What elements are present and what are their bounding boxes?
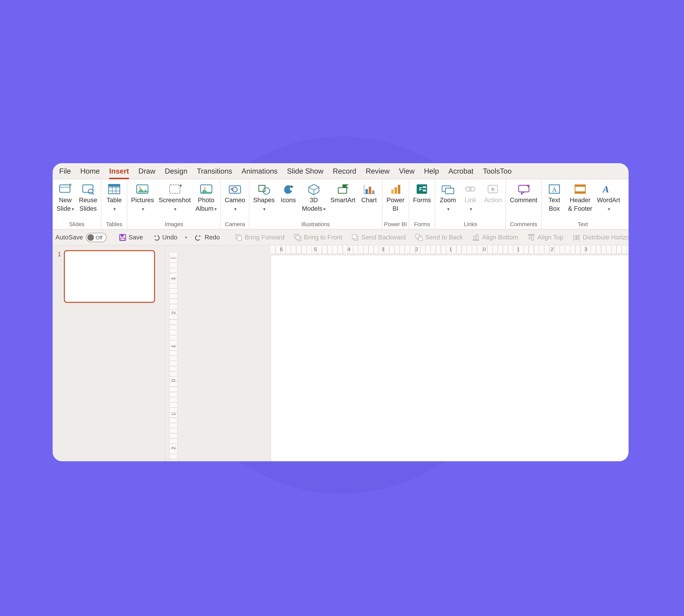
align-top-icon [527, 234, 535, 241]
zoom-button[interactable]: Zoom▾ [437, 181, 459, 214]
svg-rect-53 [120, 238, 124, 240]
icons-button[interactable]: Icons [278, 181, 299, 205]
text-box-button[interactable]: ATextBox [544, 181, 565, 213]
header-footer-button[interactable]: Header& Footer [566, 181, 594, 213]
dropdown-caret-icon: ▾ [322, 206, 326, 212]
svg-point-4 [88, 189, 93, 194]
chart-button[interactable]: Chart [358, 181, 380, 205]
screenshot-button[interactable]: +Screenshot▾ [157, 181, 192, 214]
power-bi-icon [388, 182, 403, 196]
power-bi-button[interactable]: PowerBI [385, 181, 406, 213]
menu-tab-record[interactable]: Record [328, 163, 361, 179]
h-ruler-number: 1 [517, 246, 520, 252]
pictures-button[interactable]: Pictures▾ [129, 181, 156, 214]
svg-rect-37 [423, 190, 426, 192]
svg-rect-55 [237, 236, 242, 240]
photo-album-button[interactable]: PhotoAlbum▾ [193, 181, 219, 214]
save-label: Save [129, 234, 143, 241]
align-top-button: Align Top [525, 232, 566, 242]
cameo-button[interactable]: PCameo▾ [223, 181, 247, 214]
send-backward-button: Send Backward [349, 232, 409, 242]
header-footer-icon [573, 182, 588, 196]
shapes-icon [256, 182, 271, 196]
svg-text:A: A [602, 184, 609, 194]
h-ruler-number: 3 [585, 246, 587, 252]
text-box-button-label: TextBox [548, 196, 560, 213]
menu-tab-transitions[interactable]: Transitions [192, 163, 237, 179]
ribbon-group-forms: FFormsForms [409, 179, 435, 229]
menu-tab-draw[interactable]: Draw [134, 163, 160, 179]
svg-text:P: P [231, 187, 234, 191]
autosave-toggle[interactable]: AutoSave Off [55, 233, 107, 242]
smartart-button[interactable]: SmartArt [328, 181, 357, 205]
menu-tab-slide-show[interactable]: Slide Show [282, 163, 328, 179]
send-to-back-icon [415, 234, 423, 241]
svg-point-23 [263, 188, 270, 194]
menu-tab-animations[interactable]: Animations [237, 163, 282, 179]
header-footer-button-label: Header& Footer [568, 196, 592, 213]
table-button[interactable]: Table▾ [104, 181, 125, 214]
svg-line-5 [92, 193, 94, 195]
svg-text:F: F [419, 186, 423, 192]
svg-point-17 [204, 187, 206, 189]
menu-tab-acrobat[interactable]: Acrobat [443, 163, 478, 179]
svg-rect-39 [446, 188, 454, 194]
comment-icon: + [516, 182, 531, 196]
zoom-icon [440, 182, 455, 196]
slide-thumbnail-1[interactable] [64, 250, 155, 303]
ribbon-group-tables: Table▾Tables [101, 179, 127, 229]
ribbon-group-label: Power BI [384, 220, 407, 229]
v-ruler-number: 0 [170, 377, 176, 384]
undo-button[interactable]: Undo [150, 232, 180, 242]
h-ruler-number: 0 [483, 246, 486, 252]
comment-button[interactable]: +Comment [508, 181, 539, 205]
menu-tab-insert[interactable]: Insert [105, 163, 134, 179]
svg-rect-48 [575, 185, 585, 187]
svg-rect-28 [365, 189, 368, 194]
send-backward-icon [351, 234, 359, 241]
chart-icon [362, 182, 377, 196]
wordart-button[interactable]: AWordArt▾ [595, 181, 622, 214]
ruler-marker [171, 258, 176, 259]
forms-button[interactable]: FForms [411, 181, 433, 205]
menu-tab-design[interactable]: Design [160, 163, 192, 179]
menu-tab-view[interactable]: View [394, 163, 419, 179]
svg-rect-65 [474, 236, 476, 240]
menu-tab-review[interactable]: Review [361, 163, 394, 179]
slide-canvas[interactable] [271, 255, 629, 461]
3d-models-button[interactable]: 3DModels▾ [300, 181, 327, 214]
text-box-icon: A [547, 182, 562, 196]
slide-thumbnail-panel: 1 [53, 245, 165, 461]
svg-rect-72 [575, 235, 576, 239]
chart-button-label: Chart [361, 196, 377, 205]
bring-forward-icon [235, 234, 243, 241]
reuse-slides-button[interactable]: ReuseSlides [77, 181, 99, 213]
shapes-button[interactable]: Shapes▾ [251, 181, 277, 214]
svg-rect-33 [398, 185, 400, 194]
slide-number: 1 [55, 250, 61, 461]
svg-rect-52 [120, 235, 123, 236]
align-top-label: Align Top [537, 234, 563, 241]
menu-tab-home[interactable]: Home [76, 163, 105, 179]
new-slide-button[interactable]: +NewSlide▾ [54, 181, 76, 214]
menu-tab-file[interactable]: File [54, 163, 75, 179]
undo-dropdown[interactable]: ▾ [184, 235, 188, 240]
dropdown-caret-icon: ▾ [262, 206, 266, 212]
svg-text:+: + [69, 183, 72, 188]
cameo-button-label: Cameo▾ [225, 196, 245, 214]
send-to-back-label: Send to Back [425, 234, 463, 241]
menu-tab-help[interactable]: Help [419, 163, 443, 179]
svg-rect-68 [529, 235, 531, 239]
align-bottom-icon [472, 234, 480, 241]
redo-button[interactable]: Redo [192, 232, 223, 242]
ribbon-group-label: Images [129, 220, 219, 229]
menu-tab-toolstoo[interactable]: ToolsToo [478, 163, 517, 179]
power-bi-button-label: PowerBI [386, 196, 404, 213]
h-ruler-number: 5 [314, 246, 317, 252]
pictures-icon [135, 182, 150, 196]
dropdown-caret-icon: ▾ [233, 206, 236, 212]
save-button[interactable]: Save [116, 232, 146, 242]
svg-text:A: A [552, 186, 557, 193]
ribbon-group-label: Tables [104, 220, 125, 229]
bring-to-front-button: Bring to Front [291, 232, 345, 242]
